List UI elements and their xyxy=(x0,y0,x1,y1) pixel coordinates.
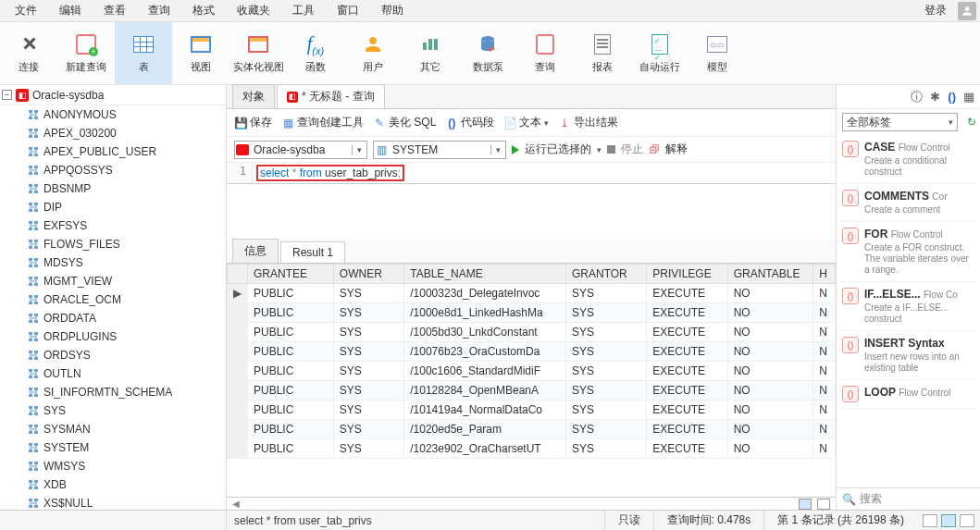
table-row[interactable]: PUBLICSYS/1023e902_OraCharsetUTSYSEXECUT… xyxy=(228,439,836,459)
view-mode-1[interactable] xyxy=(923,514,937,527)
cell[interactable]: SYS xyxy=(333,362,403,381)
cell[interactable]: EXECUTE xyxy=(647,381,727,401)
column-header[interactable]: GRANTOR xyxy=(565,265,646,284)
cell[interactable]: N xyxy=(813,401,836,420)
user-item[interactable]: APPQOSSYS xyxy=(0,161,226,179)
tab-result-1[interactable]: Result 1 xyxy=(280,241,345,263)
sql-text[interactable]: select * from user_tab_privs; xyxy=(253,163,836,183)
cell[interactable]: SYS xyxy=(565,303,646,323)
column-header[interactable]: GRANTEE xyxy=(248,265,334,284)
cell[interactable]: SYS xyxy=(565,381,646,401)
connection-combo[interactable]: Oracle-sysdba ▾ xyxy=(234,141,367,159)
cell[interactable]: NO xyxy=(727,439,813,459)
cell[interactable]: N xyxy=(813,342,836,362)
user-item[interactable]: SI_INFORMTN_SCHEMA xyxy=(0,383,226,401)
column-header[interactable]: TABLE_NAME xyxy=(404,265,566,284)
grid-list-view-icon[interactable] xyxy=(799,499,812,510)
tab-untitled-query[interactable]: ◧* 无标题 - 查询 xyxy=(277,84,385,108)
snippet-button[interactable]: ()代码段 xyxy=(445,115,494,130)
table-row[interactable]: PUBLICSYS/1005bd30_LnkdConstantSYSEXECUT… xyxy=(228,323,836,342)
cell[interactable]: SYS xyxy=(333,303,403,323)
user-item[interactable]: XS$NULL xyxy=(0,494,226,510)
cell[interactable]: EXECUTE xyxy=(647,439,727,459)
cell[interactable]: PUBLIC xyxy=(248,439,334,459)
tag-filter-combo[interactable]: 全部标签 ▾ xyxy=(842,113,958,131)
cell[interactable]: N xyxy=(813,303,836,323)
user-item[interactable]: ORACLE_OCM xyxy=(0,290,226,309)
user-item[interactable]: DIP xyxy=(0,198,226,216)
query-builder-button[interactable]: ▦查询创建工具 xyxy=(281,115,364,130)
cell[interactable]: /10128284_OpenMBeanA xyxy=(404,381,566,401)
table-row[interactable]: PUBLICSYS/101419a4_NormalDataCoSYSEXECUT… xyxy=(228,401,836,420)
column-header[interactable]: H xyxy=(813,265,836,284)
user-item[interactable]: DBSNMP xyxy=(0,179,226,198)
cell[interactable]: NO xyxy=(727,303,813,323)
collapse-icon[interactable]: − xyxy=(2,90,12,100)
cell[interactable]: /1000e8d1_LinkedHashMa xyxy=(404,303,566,323)
refresh-icon[interactable]: ↻ xyxy=(967,116,976,129)
schema-combo[interactable]: ▥ SYSTEM ▾ xyxy=(373,141,506,159)
snippet-item[interactable]: ()LOOP Flow Control xyxy=(840,380,976,409)
toolbar-pump[interactable]: 数据泵 xyxy=(459,22,516,84)
cell[interactable]: PUBLIC xyxy=(248,342,334,362)
user-item[interactable]: EXFSYS xyxy=(0,216,226,235)
user-item[interactable]: APEX_030200 xyxy=(0,124,226,142)
snippet-item[interactable]: ()FOR Flow ControlCreate a FOR construct… xyxy=(840,222,976,282)
cell[interactable]: SYS xyxy=(565,323,646,342)
cell[interactable]: N xyxy=(813,420,836,439)
snippet-search[interactable]: 🔍 搜索 xyxy=(837,487,980,510)
user-item[interactable]: ORDSYS xyxy=(0,346,226,364)
menu-view[interactable]: 查看 xyxy=(93,1,137,20)
view-mode-2[interactable] xyxy=(941,514,956,527)
stop-button[interactable]: 停止 xyxy=(621,142,643,157)
toolbar-table[interactable]: 表 xyxy=(115,22,172,84)
tab-objects[interactable]: 对象 xyxy=(232,84,275,108)
avatar-icon[interactable] xyxy=(958,2,976,20)
column-header[interactable]: PRIVILEGE xyxy=(647,265,727,284)
explain-button[interactable]: 解释 xyxy=(665,142,688,157)
column-header[interactable]: OWNER xyxy=(333,265,403,284)
cell[interactable]: N xyxy=(813,323,836,342)
cell[interactable]: SYS xyxy=(565,420,646,439)
cell[interactable]: EXECUTE xyxy=(647,401,727,420)
cell[interactable]: EXECUTE xyxy=(647,323,727,342)
menu-edit[interactable]: 编辑 xyxy=(48,1,93,20)
cell[interactable]: SYS xyxy=(333,342,403,362)
chevron-down-icon[interactable]: ▾ xyxy=(597,145,602,154)
view-mode-3[interactable] xyxy=(960,514,974,527)
grid-icon[interactable]: ▦ xyxy=(963,90,974,104)
cell[interactable]: /1023e902_OraCharsetUT xyxy=(404,439,566,459)
user-item[interactable]: APEX_PUBLIC_USER xyxy=(0,142,226,161)
cell[interactable]: NO xyxy=(727,284,813,303)
user-item[interactable]: ANONYMOUS xyxy=(0,105,226,124)
user-item[interactable]: XDB xyxy=(0,475,226,494)
cell[interactable]: /1020ed5e_Param xyxy=(404,420,566,439)
save-button[interactable]: 💾保存 xyxy=(234,115,272,130)
user-item[interactable]: SYSMAN xyxy=(0,420,226,438)
user-item[interactable]: ORDDATA xyxy=(0,309,226,327)
cell[interactable]: SYS xyxy=(565,342,646,362)
scroll-left-icon[interactable]: ◀ xyxy=(232,499,240,509)
snippet-item[interactable]: ()IF...ELSE... Flow CoCreate a IF...ELSE… xyxy=(840,282,976,331)
cell[interactable]: N xyxy=(813,362,836,381)
cell[interactable]: SYS xyxy=(565,362,646,381)
cell[interactable]: NO xyxy=(727,381,813,401)
cell[interactable]: /1005bd30_LnkdConstant xyxy=(404,323,566,342)
cell[interactable]: NO xyxy=(727,401,813,420)
cell[interactable]: EXECUTE xyxy=(647,362,727,381)
run-icon[interactable] xyxy=(512,145,519,154)
cell[interactable]: N xyxy=(813,381,836,401)
cell[interactable]: NO xyxy=(727,362,813,381)
chevron-down-icon[interactable]: ▾ xyxy=(490,145,505,154)
toolbar-fx[interactable]: f(x)函数 xyxy=(287,22,344,84)
toolbar-mview[interactable]: 实体化视图 xyxy=(229,22,287,84)
user-item[interactable]: MDSYS xyxy=(0,253,226,272)
user-item[interactable]: MGMT_VIEW xyxy=(0,272,226,290)
cell[interactable]: SYS xyxy=(333,401,403,420)
cell[interactable]: PUBLIC xyxy=(248,303,334,323)
cell[interactable]: /101419a4_NormalDataCo xyxy=(404,401,566,420)
connection-root[interactable]: − ◧ Oracle-sysdba xyxy=(0,85,226,105)
cell[interactable]: PUBLIC xyxy=(248,323,334,342)
cell[interactable]: PUBLIC xyxy=(248,362,334,381)
cell[interactable]: EXECUTE xyxy=(647,342,727,362)
